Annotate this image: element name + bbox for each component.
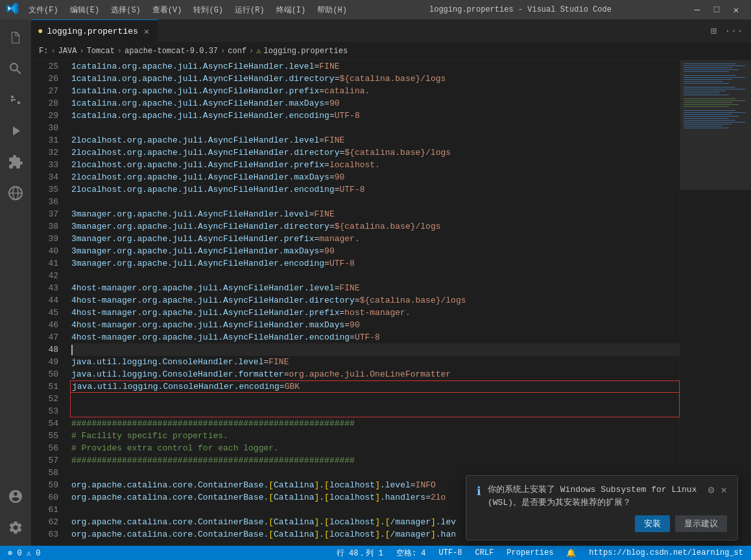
activity-remote[interactable]: [3, 180, 29, 206]
close-button[interactable]: ✕: [728, 3, 745, 16]
maximize-button[interactable]: □: [708, 3, 725, 16]
language-mode[interactable]: Properties: [504, 548, 556, 557]
code-line-37: 3manager.org.apache.juli.AsyncFileHandle…: [71, 208, 680, 220]
ln-28: 28: [31, 97, 58, 110]
activity-bar-bottom: [3, 484, 29, 546]
code-line-46: 4host-manager.org.apache.juli.AsyncFileH…: [71, 319, 680, 331]
more-actions-icon[interactable]: ···: [722, 24, 746, 38]
editor-content[interactable]: 25 26 27 28 29 30 31 32 33 34 35 36 37 3…: [31, 60, 751, 546]
svg-rect-19: [684, 95, 729, 95]
code-line-30: [71, 122, 680, 134]
svg-rect-21: [684, 100, 745, 101]
svg-rect-18: [684, 93, 719, 93]
activity-settings[interactable]: [3, 515, 29, 541]
ln-30: 30: [31, 122, 58, 134]
svg-rect-17: [684, 91, 726, 91]
line-ending[interactable]: CRLF: [473, 548, 497, 557]
breadcrumb-tomcat[interactable]: Tomcat: [87, 47, 115, 56]
menu-view[interactable]: 查看(V): [147, 3, 187, 17]
tab-logging-properties[interactable]: ● logging.properties ✕: [31, 19, 158, 42]
menu-goto[interactable]: 转到(G): [188, 3, 228, 17]
ln-44: 44: [31, 294, 58, 307]
ln-45: 45: [31, 307, 58, 319]
indentation[interactable]: 空格: 4: [394, 548, 429, 559]
notification-info-icon: ℹ: [477, 484, 481, 498]
notification-text: 你的系统上安装了 Windows Subsystem for Linux (WS…: [488, 484, 702, 509]
activity-search[interactable]: [3, 56, 29, 82]
split-editor-icon[interactable]: ⊞: [708, 23, 720, 39]
svg-rect-25: [684, 110, 735, 111]
code-line-41: 3manager.org.apache.juli.AsyncFileHandle…: [71, 257, 680, 270]
ln-43: 43: [31, 282, 58, 294]
svg-rect-23: [684, 104, 739, 105]
ln-41: 41: [31, 257, 58, 270]
ln-61: 61: [31, 504, 58, 516]
tab-warning-dot: ●: [38, 26, 43, 36]
svg-rect-26: [684, 112, 745, 113]
svg-rect-22: [684, 102, 732, 103]
notification-gear-icon[interactable]: ⚙: [708, 484, 715, 496]
breadcrumb-warning-icon: ⚠: [256, 46, 261, 56]
breadcrumb-file[interactable]: logging.properties: [264, 47, 348, 56]
breadcrumb-tomcat-dir[interactable]: apache-tomcat-9.0.37: [125, 47, 218, 56]
error-icon: ⊗: [8, 549, 12, 558]
tab-close-button[interactable]: ✕: [142, 25, 151, 38]
error-count[interactable]: ⊗ 0 ⚠ 0: [5, 548, 43, 558]
warning-icon: ⚠: [27, 549, 31, 558]
menu-terminal[interactable]: 终端(I): [271, 3, 311, 17]
menu-select[interactable]: 选择(S): [106, 3, 146, 17]
minimap[interactable]: [680, 60, 751, 546]
code-line-38: 3manager.org.apache.juli.AsyncFileHandle…: [71, 220, 680, 233]
code-line-33: 2localhost.org.apache.juli.AsyncFileHand…: [71, 159, 680, 171]
code-line-26: 1catalina.org.apache.juli.AsyncFileHandl…: [71, 73, 680, 85]
show-suggestions-button[interactable]: 显示建议: [675, 515, 727, 532]
ln-56: 56: [31, 442, 58, 454]
svg-rect-10: [684, 75, 735, 76]
line-numbers: 25 26 27 28 29 30 31 32 33 34 35 36 37 3…: [31, 60, 65, 546]
ln-39: 39: [31, 233, 58, 245]
feedback-icon[interactable]: 🔔: [564, 548, 578, 558]
code-line-39: 3manager.org.apache.juli.AsyncFileHandle…: [71, 233, 680, 245]
status-bar: ⊗ 0 ⚠ 0 行 48，列 1 空格: 4 UTF-8 CRLF Proper…: [0, 546, 751, 560]
minimize-button[interactable]: —: [689, 3, 706, 16]
ln-33: 33: [31, 159, 58, 171]
code-area[interactable]: 1catalina.org.apache.juli.AsyncFileHandl…: [65, 60, 680, 546]
status-right: 行 48，列 1 空格: 4 UTF-8 CRLF Properties 🔔 h…: [334, 548, 746, 559]
encoding[interactable]: UTF-8: [436, 548, 465, 557]
code-line-31: 2localhost.org.apache.juli.AsyncFileHand…: [71, 134, 680, 146]
activity-extensions[interactable]: [3, 149, 29, 175]
code-line-53: [70, 405, 680, 417]
ln-48: 48: [31, 344, 58, 356]
activity-run[interactable]: [3, 118, 29, 144]
code-line-36: [71, 196, 680, 208]
window-controls[interactable]: — □ ✕: [689, 3, 745, 16]
notification-close-icon[interactable]: ✕: [721, 484, 727, 496]
ln-62: 62: [31, 516, 58, 528]
ln-42: 42: [31, 270, 58, 282]
code-line-42: [71, 270, 680, 282]
menu-help[interactable]: 帮助(H): [312, 3, 352, 17]
window-title: logging.properties - Visual Studio Code: [429, 5, 612, 14]
notification-header: ℹ 你的系统上安装了 Windows Subsystem for Linux (…: [477, 484, 727, 509]
install-button[interactable]: 安装: [635, 515, 670, 532]
ln-32: 32: [31, 146, 58, 159]
activity-explorer[interactable]: [3, 25, 29, 51]
cursor-position[interactable]: 行 48，列 1: [334, 548, 386, 559]
menu-run[interactable]: 运行(R): [230, 3, 270, 17]
activity-bar: [0, 19, 31, 546]
menu-edit[interactable]: 编辑(E): [65, 3, 105, 17]
url-link[interactable]: https://blog.csdn.net/learning_st: [586, 548, 746, 557]
breadcrumb-f[interactable]: F:: [39, 47, 48, 56]
code-line-56: # Provides extra control for each logger…: [71, 442, 680, 454]
ln-26: 26: [31, 73, 58, 85]
activity-source-control[interactable]: [3, 87, 29, 113]
ln-49: 49: [31, 356, 58, 368]
ln-50: 50: [31, 368, 58, 380]
title-bar-menu[interactable]: 文件(F) 编辑(E) 选择(S) 查看(V) 转到(G) 运行(R) 终端(I…: [23, 3, 352, 17]
breadcrumb-java[interactable]: JAVA: [58, 47, 77, 56]
svg-rect-9: [684, 71, 729, 72]
code-line-52: [70, 393, 680, 405]
menu-file[interactable]: 文件(F): [23, 3, 64, 17]
breadcrumb-conf[interactable]: conf: [228, 47, 246, 56]
activity-account[interactable]: [3, 484, 29, 509]
